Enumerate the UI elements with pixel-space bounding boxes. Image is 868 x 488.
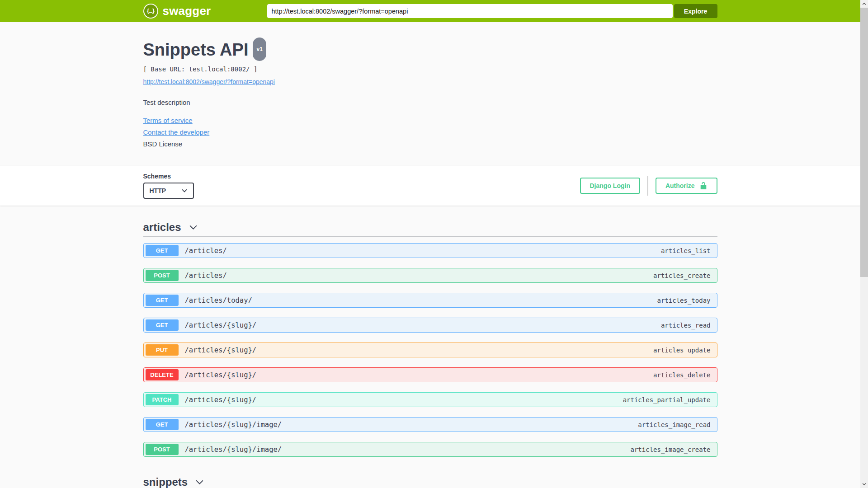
page-title: Snippets APIv1 xyxy=(143,39,717,63)
operation-path: /articles/{slug}/image/ xyxy=(185,446,282,454)
opblock-articles_partial_update[interactable]: PATCH/articles/{slug}/articles_partial_u… xyxy=(143,392,717,407)
operation-id: articles_read xyxy=(661,322,711,329)
opblock-articles_today[interactable]: GET/articles/today/articles_today xyxy=(143,293,717,308)
operation-id: articles_image_read xyxy=(638,421,710,428)
method-badge: GET xyxy=(146,245,179,256)
auth-wrapper: Django Login Authorize xyxy=(580,176,717,196)
api-description: Test description xyxy=(143,99,717,106)
version-badge: v1 xyxy=(253,38,266,61)
chevron-down-icon xyxy=(189,223,198,232)
operation-id: articles_today xyxy=(657,297,710,304)
method-badge: PATCH xyxy=(146,394,179,405)
schemes-block: Schemes HTTP xyxy=(143,173,194,199)
operation-path: /articles/{slug}/image/ xyxy=(185,421,282,429)
operation-path: /articles/{slug}/ xyxy=(185,321,257,329)
method-badge: PUT xyxy=(146,344,179,356)
opblock-articles_image_create[interactable]: POST/articles/{slug}/image/articles_imag… xyxy=(143,442,717,457)
brand-name: swagger xyxy=(163,4,211,18)
api-title-text: Snippets API xyxy=(143,40,249,59)
operations-list: articlesGET/articles/articles_listPOST/a… xyxy=(143,206,717,488)
explore-button[interactable]: Explore xyxy=(674,4,717,18)
tag-name: articles xyxy=(143,221,181,234)
api-tag-section-articles: articlesGET/articles/articles_listPOST/a… xyxy=(143,221,717,457)
operation-id: articles_delete xyxy=(653,371,710,379)
tag-operations: GET/articles/articles_listPOST/articles/… xyxy=(143,243,717,457)
opblock-articles_delete[interactable]: DELETE/articles/{slug}/articles_delete xyxy=(143,367,717,382)
operation-path: /articles/{slug}/ xyxy=(185,371,257,379)
operation-path: /articles/{slug}/ xyxy=(185,346,257,354)
operation-id: articles_update xyxy=(653,347,710,354)
scrollbar-thumb[interactable] xyxy=(860,8,868,277)
operation-path: /articles/{slug}/ xyxy=(185,396,257,404)
scrollbar-up-button[interactable] xyxy=(860,0,868,8)
method-badge: GET xyxy=(146,419,179,430)
authorize-button[interactable]: Authorize xyxy=(656,178,717,194)
tag-header-snippets[interactable]: snippets xyxy=(143,476,717,488)
tag-header-articles[interactable]: articles xyxy=(143,221,717,237)
license-text: BSD License xyxy=(143,140,717,148)
method-badge: GET xyxy=(146,295,179,306)
method-badge: POST xyxy=(146,444,179,455)
scheme-container: Schemes HTTP Django Login Authorize xyxy=(0,166,860,206)
opblock-articles_create[interactable]: POST/articles/articles_create xyxy=(143,268,717,283)
terms-of-service-link[interactable]: Terms of service xyxy=(143,117,717,124)
django-login-button[interactable]: Django Login xyxy=(580,178,640,194)
operation-path: /articles/ xyxy=(185,247,227,255)
swagger-page: {…} swagger Explore Snippets APIv1 [ Bas… xyxy=(0,0,860,488)
opblock-articles_read[interactable]: GET/articles/{slug}/articles_read xyxy=(143,318,717,333)
operation-path: /articles/today/ xyxy=(185,296,252,305)
chevron-up-icon xyxy=(862,1,867,6)
opblock-articles_update[interactable]: PUT/articles/{slug}/articles_update xyxy=(143,343,717,357)
tag-name: snippets xyxy=(143,476,188,488)
unlock-icon xyxy=(699,182,708,190)
swagger-brand: {…} swagger xyxy=(143,4,211,19)
authorize-label: Authorize xyxy=(665,182,695,189)
browser-viewport: {…} swagger Explore Snippets APIv1 [ Bas… xyxy=(0,0,868,488)
method-badge: POST xyxy=(146,270,179,281)
operation-id: articles_list xyxy=(661,247,711,254)
api-info-section: Snippets APIv1 [ Base URL: test.local:80… xyxy=(0,22,860,166)
method-badge: DELETE xyxy=(146,369,179,380)
api-tag-section-snippets: snippetsGET/snippets/snippets_list xyxy=(143,476,717,488)
spec-link[interactable]: http://test.local:8002/swagger/?format=o… xyxy=(143,78,275,85)
operation-id: articles_image_create xyxy=(630,446,710,453)
schemes-label: Schemes xyxy=(143,173,194,180)
operation-path: /articles/ xyxy=(185,272,227,280)
scheme-selected-value: HTTP xyxy=(150,187,166,194)
base-url-text: [ Base URL: test.local:8002/ ] xyxy=(143,66,717,73)
operation-id: articles_partial_update xyxy=(623,396,711,404)
scrollbar-down-button[interactable] xyxy=(860,480,868,488)
chevron-down-icon xyxy=(862,482,867,487)
spec-url-form: Explore xyxy=(267,4,717,18)
contact-developer-link[interactable]: Contact the developer xyxy=(143,128,717,136)
operation-id: articles_create xyxy=(653,272,710,279)
auth-divider xyxy=(647,176,648,196)
chevron-down-icon xyxy=(181,188,188,194)
topbar: {…} swagger Explore xyxy=(0,0,860,22)
swagger-logo-icon: {…} xyxy=(143,4,158,19)
opblock-articles_image_read[interactable]: GET/articles/{slug}/image/articles_image… xyxy=(143,417,717,432)
chevron-down-icon xyxy=(195,478,204,487)
opblock-articles_list[interactable]: GET/articles/articles_list xyxy=(143,243,717,258)
spec-url-input[interactable] xyxy=(267,4,673,18)
django-login-label: Django Login xyxy=(590,182,630,189)
vertical-scrollbar[interactable] xyxy=(860,0,868,488)
method-badge: GET xyxy=(146,319,179,331)
scheme-select[interactable]: HTTP xyxy=(143,183,194,199)
